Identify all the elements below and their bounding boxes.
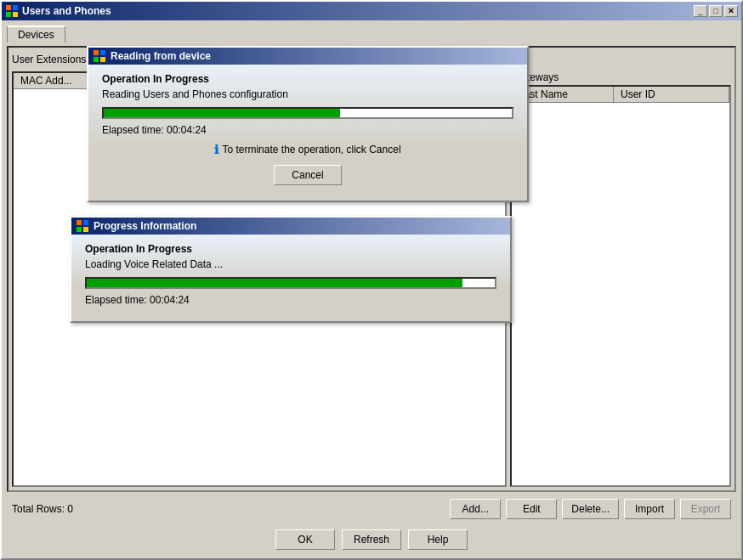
progress-dialog-content: Operation In Progress Loading Voice Rela… xyxy=(71,235,510,321)
window-title: Users and Phones xyxy=(22,5,111,17)
help-button[interactable]: Help xyxy=(408,529,468,550)
app-icon xyxy=(5,4,19,18)
svg-rect-8 xyxy=(77,220,82,225)
reading-dialog-title: Reading from device xyxy=(111,50,211,62)
svg-rect-2 xyxy=(6,12,11,17)
tab-devices[interactable]: Devices xyxy=(7,25,65,42)
reading-dialog-message: Reading Users and Phones configuration xyxy=(102,88,513,100)
gateways-label: Gateways xyxy=(510,71,731,83)
progress-elapsed-time: Elapsed time: 00:04:24 xyxy=(85,294,496,306)
progress-progress-bar-bg xyxy=(85,277,496,289)
gateways-body xyxy=(512,103,729,485)
gateways-header: Last Name User ID xyxy=(512,87,729,103)
export-button[interactable]: Export xyxy=(680,499,731,519)
progress-dialog: Progress Information Operation In Progre… xyxy=(70,216,512,323)
title-bar: Users and Phones _ □ ✕ xyxy=(2,2,741,20)
content-area: Devices User Extensions MAC Add... xyxy=(2,20,741,558)
reading-dialog-titlebar: Reading from device xyxy=(88,48,527,65)
cancel-button[interactable]: Cancel xyxy=(274,165,342,185)
reading-dialog: Reading from device Operation In Progres… xyxy=(87,46,529,202)
svg-rect-1 xyxy=(13,5,18,10)
svg-rect-0 xyxy=(6,5,11,10)
title-bar-left: Users and Phones xyxy=(5,4,111,18)
progress-progress-bar-fill xyxy=(87,279,462,287)
reading-dialog-info: ℹ To terminate the operation, click Canc… xyxy=(102,143,513,156)
gateways-table: Last Name User ID xyxy=(510,85,731,487)
svg-rect-6 xyxy=(94,57,99,62)
add-button[interactable]: Add... xyxy=(450,499,501,519)
progress-dialog-title: Progress Information xyxy=(94,220,196,232)
main-window: Users and Phones _ □ ✕ Devices User Exte… xyxy=(0,0,743,560)
reading-dialog-status: Operation In Progress xyxy=(102,73,513,85)
delete-button[interactable]: Delete... xyxy=(562,499,619,519)
refresh-button[interactable]: Refresh xyxy=(342,529,401,550)
reading-dialog-content: Operation In Progress Reading Users and … xyxy=(88,65,527,201)
progress-dialog-icon xyxy=(77,220,88,232)
close-button[interactable]: ✕ xyxy=(724,5,738,17)
reading-elapsed-time: Elapsed time: 00:04:24 xyxy=(102,124,513,136)
bottom-bar: Total Rows: 0 Add... Edit Delete... Impo… xyxy=(7,495,736,523)
col-mac: MAC Add... xyxy=(14,73,99,88)
minimize-button[interactable]: _ xyxy=(694,5,707,17)
info-icon: ℹ xyxy=(214,143,218,156)
col-userid: User ID xyxy=(614,87,729,102)
svg-rect-5 xyxy=(100,50,105,55)
action-row: OK Refresh Help xyxy=(7,526,736,553)
maximize-button[interactable]: □ xyxy=(709,5,723,17)
edit-button[interactable]: Edit xyxy=(506,499,557,519)
reading-dialog-info-text: To terminate the operation, click Cancel xyxy=(222,144,400,156)
progress-dialog-status: Operation In Progress xyxy=(85,243,496,255)
svg-rect-7 xyxy=(100,57,105,62)
ok-button[interactable]: OK xyxy=(275,529,335,550)
progress-dialog-message: Loading Voice Related Data ... xyxy=(85,258,496,270)
reading-progress-bar-fill xyxy=(104,109,340,117)
svg-rect-9 xyxy=(83,220,88,225)
import-button[interactable]: Import xyxy=(624,499,675,519)
title-controls: _ □ ✕ xyxy=(694,5,738,17)
tabs-row: Devices xyxy=(7,25,736,42)
reading-dialog-buttons: Cancel xyxy=(102,165,513,192)
reading-dialog-icon xyxy=(94,50,105,62)
svg-rect-10 xyxy=(77,227,82,232)
gateways-panel: Gateways Last Name User ID xyxy=(510,71,731,487)
svg-rect-3 xyxy=(13,12,18,17)
progress-dialog-titlebar: Progress Information xyxy=(71,218,510,235)
svg-rect-4 xyxy=(94,50,99,55)
total-rows-label: Total Rows: 0 xyxy=(12,503,445,515)
svg-rect-11 xyxy=(83,227,88,232)
filter-label: User Extensions xyxy=(12,54,86,65)
reading-progress-bar-bg xyxy=(102,107,513,119)
